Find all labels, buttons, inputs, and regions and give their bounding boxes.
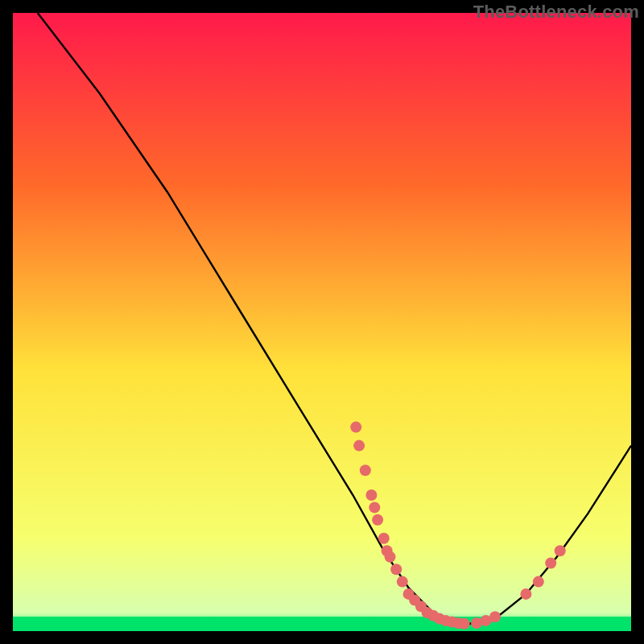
data-point (378, 533, 390, 544)
data-point (350, 422, 361, 433)
data-point (555, 545, 566, 556)
data-point (533, 576, 544, 588)
chart-frame (13, 13, 631, 631)
data-point (360, 464, 371, 476)
green-band (13, 617, 631, 631)
data-point (489, 611, 501, 622)
data-point (353, 440, 365, 452)
data-point (390, 564, 402, 575)
data-point (365, 489, 377, 501)
data-point (520, 588, 531, 600)
chart-svg (13, 13, 631, 631)
data-point (459, 618, 470, 630)
data-point (545, 558, 556, 569)
watermark-text: TheBottleneck.com (473, 2, 639, 23)
data-point (397, 576, 408, 588)
data-point (369, 502, 380, 513)
data-point (385, 551, 396, 563)
chart-background (13, 13, 631, 631)
data-point (372, 514, 383, 526)
